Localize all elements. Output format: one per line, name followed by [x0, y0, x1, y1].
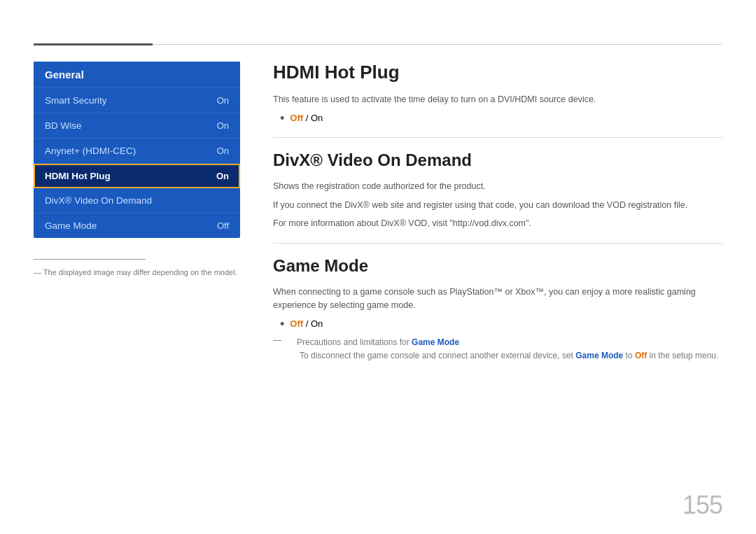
divx-title: DivX® Video On Demand — [273, 150, 722, 170]
divx-desc-1: Shows the registration code authorized f… — [273, 180, 722, 193]
game-mode-detail-text: To disconnect the game console and conne… — [300, 351, 718, 360]
detail-game-mode: Game Mode — [575, 351, 623, 360]
sidebar-item-anynet[interactable]: Anynet+ (HDMI-CEC) On — [34, 139, 240, 164]
sidebar-item-game-mode-value: Off — [217, 220, 229, 231]
sidebar-item-anynet-value: On — [217, 146, 229, 156]
sidebar-item-divx[interactable]: DivX® Video On Demand — [34, 188, 240, 213]
game-mode-detail: To disconnect the game console and conne… — [288, 349, 722, 362]
sidebar-item-hdmi-hot-plug[interactable]: HDMI Hot Plug On — [34, 164, 240, 188]
hdmi-bullet-text: Off / On — [290, 113, 323, 123]
sidebar-item-smart-security-label: Smart Security — [45, 95, 107, 106]
separator-2 — [273, 243, 722, 244]
sidebar-item-anynet-label: Anynet+ (HDMI-CEC) — [45, 146, 136, 156]
top-line-light — [153, 44, 722, 45]
detail-start: To disconnect the game console and conne… — [300, 351, 575, 360]
precaution-label: Precautions and limitations for — [297, 337, 412, 347]
game-separator-text: / On — [306, 318, 323, 329]
game-mode-bullet-dot: • — [280, 318, 284, 330]
page-number: 155 — [682, 491, 722, 520]
sidebar-item-smart-security[interactable]: Smart Security On — [34, 88, 240, 113]
sidebar-item-game-mode-label: Game Mode — [45, 220, 97, 231]
dash-char: ― — [273, 335, 281, 345]
hdmi-bullet-dot: • — [280, 112, 284, 125]
precaution-highlight: Game Mode — [412, 337, 459, 347]
precaution-text: Precautions and limitations for Game Mod… — [297, 336, 459, 349]
sidebar-item-hdmi-label: HDMI Hot Plug — [45, 171, 111, 181]
hdmi-bullet: • Off / On — [280, 112, 722, 125]
sidebar: General Smart Security On BD Wise On Any… — [34, 62, 240, 238]
sidebar-item-hdmi-value: On — [216, 171, 229, 181]
game-mode-bullet-text: Off / On — [290, 318, 323, 329]
top-line-dark — [34, 43, 153, 45]
game-mode-bullet: • Off / On — [280, 318, 722, 330]
divx-desc-2: If you connect the DivX® web site and re… — [273, 199, 722, 212]
sidebar-item-smart-security-value: On — [217, 95, 229, 106]
game-mode-section: Game Mode When connecting to a game cons… — [273, 256, 722, 362]
hdmi-title: HDMI Hot Plug — [273, 62, 722, 83]
hdmi-off-text: Off — [290, 113, 303, 123]
sidebar-item-game-mode[interactable]: Game Mode Off — [34, 213, 240, 238]
hdmi-section: HDMI Hot Plug This feature is used to ac… — [273, 62, 722, 125]
divx-section: DivX® Video On Demand Shows the registra… — [273, 150, 722, 230]
detail-mid: to — [623, 351, 635, 360]
footnote-section: ― The displayed image may differ dependi… — [34, 259, 240, 278]
hdmi-description: This feature is used to activate the tim… — [273, 93, 722, 106]
detail-off: Off — [635, 351, 647, 360]
sidebar-item-bd-wise-label: BD Wise — [45, 120, 82, 131]
separator-1 — [273, 137, 722, 138]
game-mode-title: Game Mode — [273, 256, 722, 276]
footnote-divider — [34, 259, 146, 260]
game-mode-description: When connecting to a game console such a… — [273, 286, 722, 312]
sidebar-item-divx-label: DivX® Video On Demand — [45, 195, 152, 206]
divx-desc-3: For more information about DivX® VOD, vi… — [273, 217, 722, 230]
footnote-text: ― The displayed image may differ dependi… — [34, 268, 237, 276]
sidebar-item-bd-wise[interactable]: BD Wise On — [34, 113, 240, 139]
detail-end: in the setup menu. — [647, 351, 718, 360]
precaution-line: ― Precautions and limitations for Game M… — [273, 335, 722, 349]
sidebar-item-bd-wise-value: On — [217, 120, 229, 131]
game-off-text: Off — [290, 318, 303, 329]
hdmi-separator-text: / On — [306, 113, 323, 123]
top-lines — [34, 43, 722, 45]
main-content: HDMI Hot Plug This feature is used to ac… — [273, 62, 722, 500]
sidebar-header: General — [34, 62, 240, 88]
